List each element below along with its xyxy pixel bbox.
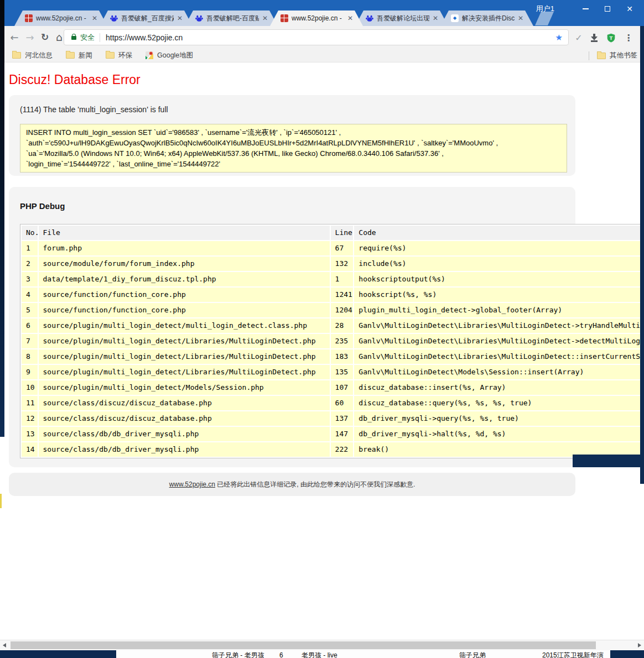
bookmark-item[interactable]: 新闻 [66,51,92,60]
table-cell: 6 [22,318,38,333]
table-cell: Ganlv\MultiLoginDetect\Libraries\MultiLo… [354,318,644,333]
table-row: 7source/plugin/multi_login_detect/Librar… [22,334,644,348]
tab-close-icon[interactable]: ✕ [432,14,439,22]
table-cell: Ganlv\MultiLoginDetect\Libraries\MultiLo… [354,334,644,348]
table-cell: source/function/function_core.php [39,288,330,302]
window-controls: ✕ [574,2,641,16]
minimize-button[interactable] [574,2,596,16]
table-cell: 3 [22,272,38,286]
checkmark-extension-icon[interactable]: ✓ [572,31,585,44]
table-cell: source/class/discuz/discuz_database.php [39,411,330,426]
table-cell: 1 [331,272,354,286]
shield-extension-icon[interactable]: T [604,31,617,44]
back-icon[interactable]: ← [8,30,21,44]
tab-4[interactable]: www.52pojie.cn -✕ [270,11,363,26]
page-title: Discuz! Database Error [9,72,141,87]
52pojie-favicon [281,14,288,22]
tab-close-icon[interactable]: ✕ [176,14,184,22]
table-cell: 8 [22,349,38,364]
tab-2[interactable]: 吾爱破解_百度搜索✕ [100,11,193,26]
table-cell: forum.php [39,241,330,255]
bookmark-items: 河北信息新闻环保Google地图 [12,51,206,60]
tab-title: www.52pojie.cn - [292,14,344,22]
browser-titlebar: www.52pojie.cn -✕吾爱破解_百度搜索✕吾爱破解吧-百度贴吧✕ww… [0,0,644,26]
bookmarks-bar: 河北信息新闻环保Google地图 其他书签 [0,49,644,62]
bookmark-item[interactable]: 环保 [106,51,132,60]
table-cell: 222 [331,442,354,457]
debug-heading: PHP Debug [20,201,65,211]
table-row: 5source/function/function_core.php1204pl… [22,303,644,317]
error-message: (1114) The table 'multi_login_session' i… [20,105,168,114]
table-cell: discuz_database::query(%s, %s, %s, true) [354,396,644,410]
bookmark-star-icon[interactable]: ★ [555,33,563,43]
table-row: 9source/plugin/multi_login_detect/Librar… [22,365,644,379]
table-cell: source/plugin/multi_login_detect/Librari… [39,365,330,379]
menu-dots-icon[interactable]: ⋮ [622,31,635,44]
table-cell: 9 [22,365,38,379]
tab-5[interactable]: 吾爱破解论坛出现✕ [355,11,448,26]
table-row: 11source/class/discuz/discuz_database.ph… [22,396,644,410]
column-header: File [39,226,330,240]
shield-icon: T [606,33,616,43]
sql-line: `ua`='Mozilla/5.0 (Windows NT 10.0; Win6… [26,148,561,159]
forward-icon[interactable]: → [23,30,37,44]
background-window-text: 6 [279,651,283,658]
tab-close-icon[interactable]: ✕ [517,14,524,22]
scrollbar-thumb[interactable] [11,641,596,649]
download-icon[interactable] [588,31,601,44]
tab-title: 解决安装插件Disc [462,14,515,23]
background-window-text: 2015江苏卫视新年演 [542,651,604,658]
tab-close-icon[interactable]: ✕ [91,14,98,22]
lock-icon [71,36,76,40]
table-row: 12source/class/discuz/discuz_database.ph… [22,411,644,426]
table-cell: 14 [22,442,38,457]
url-text[interactable]: https://www.52pojie.cn [106,33,183,42]
tab-6[interactable]: ◆解决安装插件Disc✕ [440,11,533,26]
folder-icon [12,52,21,59]
folder-icon [597,53,606,59]
table-cell: 7 [22,334,38,348]
other-bookmarks-label: 其他书签 [610,51,637,60]
tab-close-icon[interactable]: ✕ [346,14,354,22]
table-cell: data/template/1_diy_forum_discuz.tpl.php [39,272,330,286]
tab-1[interactable]: www.52pojie.cn -✕ [14,11,107,26]
scroll-left-arrow-icon[interactable] [3,643,6,647]
background-window-sliver [0,494,2,508]
table-cell: 11 [22,396,38,410]
profile-name[interactable]: 用户1 [536,4,554,14]
security-label[interactable]: 安全 [80,33,95,43]
table-row: 13source/class/db/db_driver_mysqli.php14… [22,427,644,441]
other-bookmarks-button[interactable]: 其他书签 [597,51,637,60]
tab-title: www.52pojie.cn - [36,14,89,22]
table-cell: source/module/forum/forum_index.php [39,257,330,271]
column-header: Code [354,226,644,240]
table-cell: source/plugin/multi_login_detect/multi_l… [39,318,330,333]
table-cell: source/plugin/multi_login_detect/Librari… [39,334,330,348]
table-cell: hookscriptoutput(%s) [354,272,644,286]
footer-text: 已经将此出错信息详细记录, 由此给您带来的访问不便我们深感歉意. [215,481,415,488]
tab-close-icon[interactable]: ✕ [261,14,269,22]
scroll-right-arrow-icon[interactable] [638,643,641,647]
reload-icon[interactable]: ↻ [38,30,51,44]
footer-notice: www.52pojie.cn 已经将此出错信息详细记录, 由此给您带来的访问不便… [9,473,575,496]
background-window-strip[interactable]: 筛子兄弟 - 老男孩6老男孩 - live筛子兄弟2015江苏卫视新年演 [0,650,644,658]
table-cell: Ganlv\MultiLoginDetect\Models\Session::i… [354,365,644,379]
table-cell: db_driver_mysqli->query(%s, %s, true) [354,411,644,426]
background-window-text: 筛子兄弟 [459,651,486,658]
tab-title: 吾爱破解吧-百度贴吧 [206,14,259,23]
bookmark-item[interactable]: 河北信息 [12,51,53,60]
tab-3[interactable]: 吾爱破解吧-百度贴吧✕ [185,11,278,26]
address-bar[interactable]: 安全 https://www.52pojie.cn ★ [64,29,569,45]
site-link[interactable]: www.52pojie.cn [169,481,215,488]
table-cell: 13 [22,427,38,441]
bookmark-item[interactable]: Google地图 [146,51,193,60]
bookmark-label: Google地图 [157,51,193,60]
table-cell: hookscript(%s, %s) [354,288,644,302]
sql-line: `login_time`='1544449722' , `last_online… [26,159,561,169]
maximize-button[interactable] [596,2,619,16]
table-cell: 1 [22,241,38,255]
column-header: Line [331,226,354,240]
horizontal-scrollbar[interactable] [0,640,644,650]
url-divider [100,33,100,42]
close-button[interactable]: ✕ [619,2,641,16]
